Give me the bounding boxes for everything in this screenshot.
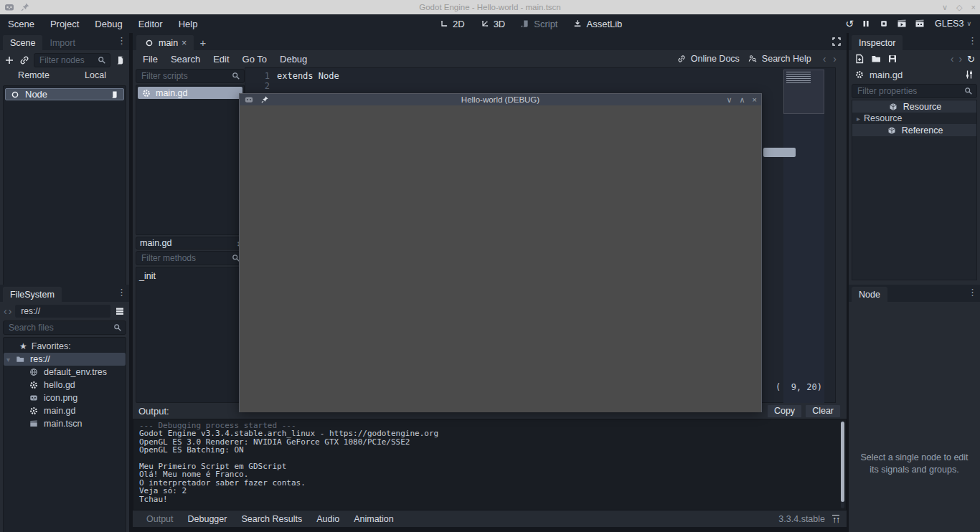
log-line: Tchau!: [139, 495, 840, 503]
output-scrollbar[interactable]: [841, 421, 844, 508]
tab-filesystem[interactable]: FileSystem: [3, 287, 62, 302]
renderer-dropdown[interactable]: GLES3 ∨: [932, 19, 974, 29]
script-menu-goto[interactable]: Go To: [236, 54, 273, 65]
scene-tree-node-row[interactable]: Node: [5, 88, 124, 100]
tab-main-scene[interactable]: main ×: [136, 35, 194, 50]
add-node-icon[interactable]: [4, 54, 15, 66]
fs-root-row[interactable]: ▾ res://: [4, 353, 126, 366]
tab-scene[interactable]: Scene: [3, 35, 42, 50]
dock-menu-icon[interactable]: ⋮: [968, 35, 977, 46]
category-resource: Resource: [852, 100, 976, 113]
file-row[interactable]: hello.gd: [4, 379, 126, 391]
menu-debug[interactable]: Debug: [87, 19, 130, 29]
close-icon[interactable]: ×: [182, 38, 187, 48]
history-forward-icon[interactable]: ›: [9, 305, 12, 317]
bottom-tab-search-results[interactable]: Search Results: [235, 514, 308, 524]
game-minimize-icon[interactable]: ∨: [726, 95, 732, 105]
script-menu-search[interactable]: Search: [164, 54, 207, 65]
game-close-icon[interactable]: ×: [753, 95, 757, 105]
script-selector-dropdown[interactable]: main.gd ↕: [136, 237, 245, 250]
new-resource-icon[interactable]: [854, 53, 865, 65]
game-maximize-icon[interactable]: ∧: [740, 95, 745, 105]
bottom-tab-audio[interactable]: Audio: [310, 514, 346, 524]
scrollbar-grabber[interactable]: [763, 148, 796, 157]
history-icon[interactable]: ↻: [967, 54, 975, 64]
file-name: icon.png: [44, 393, 77, 403]
dock-menu-icon[interactable]: ⋮: [117, 287, 126, 298]
load-resource-icon[interactable]: [870, 53, 882, 65]
menu-scene[interactable]: Scene: [0, 19, 42, 29]
tab-node[interactable]: Node: [852, 287, 887, 302]
window-close-button[interactable]: ×: [971, 3, 976, 11]
menu-help[interactable]: Help: [171, 19, 206, 29]
bottom-tab-animation[interactable]: Animation: [347, 514, 400, 524]
search-files-input[interactable]: [3, 320, 126, 335]
line-number: 2: [245, 81, 277, 91]
remote-button[interactable]: Remote: [3, 70, 65, 83]
chevron-down-icon[interactable]: ▾: [6, 356, 10, 364]
workspace-3d-button[interactable]: 3D: [474, 16, 511, 32]
window-maximize-button[interactable]: ◇: [956, 3, 962, 12]
file-row[interactable]: default_env.tres: [4, 366, 126, 379]
game-viewport[interactable]: [240, 105, 761, 412]
replay-icon[interactable]: ↺: [845, 19, 854, 29]
bottom-tab-output[interactable]: Output: [140, 514, 180, 524]
environment-resource-icon: [28, 366, 39, 378]
favorites-row[interactable]: ★ Favorites:: [4, 340, 126, 353]
method-item[interactable]: _init: [139, 270, 241, 282]
filter-scripts-input[interactable]: [136, 69, 245, 83]
file-row[interactable]: icon.png: [4, 391, 126, 404]
search-help-button[interactable]: Search Help: [747, 53, 811, 65]
script-back-icon[interactable]: ‹: [823, 53, 826, 65]
expand-bottom-panel-icon[interactable]: ↑↑: [832, 515, 839, 523]
window-minimize-button[interactable]: ∨: [942, 3, 948, 12]
tab-import[interactable]: Import: [42, 35, 82, 50]
online-docs-button[interactable]: Online Docs: [676, 53, 740, 65]
history-back-icon[interactable]: ‹: [4, 305, 7, 317]
script-forward-icon[interactable]: ›: [833, 53, 837, 65]
distraction-free-icon[interactable]: [831, 36, 842, 47]
split-mode-icon[interactable]: [114, 305, 126, 317]
script-menu-debug[interactable]: Debug: [273, 54, 314, 65]
tab-inspector[interactable]: Inspector: [852, 35, 903, 50]
workspace-2d-button[interactable]: 2D: [433, 16, 470, 32]
workspace-script-button[interactable]: Script: [514, 16, 562, 32]
inspector-back-icon[interactable]: ‹: [951, 53, 954, 65]
filter-methods-input[interactable]: [136, 251, 245, 265]
output-log[interactable]: --- Debugging process started --- Godot …: [133, 419, 847, 510]
workspace-assetlib-button[interactable]: AssetLib: [567, 16, 627, 32]
menu-project[interactable]: Project: [42, 19, 87, 29]
script-scroll-icon: [519, 18, 531, 29]
copy-button[interactable]: Copy: [767, 404, 802, 418]
object-tools-icon[interactable]: [963, 69, 975, 80]
stop-icon[interactable]: [878, 18, 890, 29]
menu-editor[interactable]: Editor: [131, 19, 171, 29]
inspector-forward-icon[interactable]: ›: [958, 53, 962, 65]
script-scroll-icon[interactable]: [108, 89, 120, 100]
pause-icon[interactable]: [860, 18, 872, 29]
clear-button[interactable]: Clear: [805, 404, 841, 418]
fs-path[interactable]: res://: [15, 305, 110, 318]
filter-properties-input[interactable]: [852, 84, 977, 98]
scrollbar-grabber[interactable]: [841, 422, 844, 502]
script-menu-edit[interactable]: Edit: [207, 54, 235, 65]
new-tab-icon[interactable]: +: [194, 35, 212, 50]
file-row[interactable]: main.gd: [4, 404, 126, 417]
play-custom-scene-icon[interactable]: [914, 18, 925, 29]
section-resource[interactable]: ▸ Resource: [852, 113, 976, 124]
instance-scene-icon[interactable]: [19, 54, 30, 66]
script-list-item[interactable]: main.gd: [138, 87, 242, 99]
bottom-tab-debugger[interactable]: Debugger: [182, 514, 234, 524]
dock-menu-icon[interactable]: ⋮: [968, 287, 977, 298]
dock-menu-icon[interactable]: ⋮: [117, 35, 126, 46]
play-scene-icon[interactable]: [896, 18, 908, 29]
attach-script-icon[interactable]: [114, 54, 126, 66]
save-icon[interactable]: [887, 53, 898, 65]
game-debug-window[interactable]: Hello-world (DEBUG) ∨ ∧ ×: [239, 93, 762, 412]
node-dock-empty-text: Select a single node to edit its signals…: [857, 452, 972, 476]
file-row[interactable]: main.tscn: [4, 417, 126, 430]
script-menu-file[interactable]: File: [136, 54, 164, 65]
game-window-titlebar[interactable]: Hello-world (DEBUG) ∨ ∧ ×: [240, 94, 761, 105]
code-minimap[interactable]: [783, 69, 824, 403]
local-button[interactable]: Local: [65, 70, 126, 83]
